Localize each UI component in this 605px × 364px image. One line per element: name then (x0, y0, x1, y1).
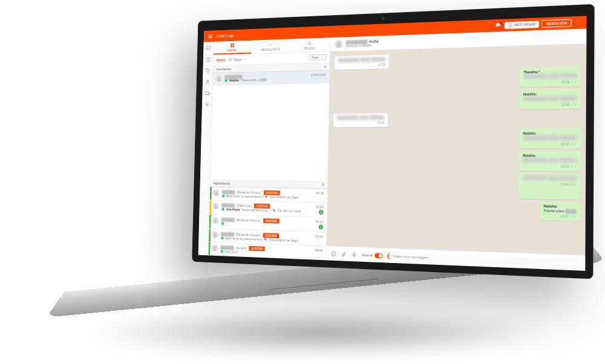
svg-point-14 (214, 247, 215, 249)
svg-rect-6 (232, 45, 234, 47)
svg-point-9 (218, 77, 220, 79)
message: █████████ ████ ██████13:42 (333, 111, 581, 127)
message-text: █████████ ████ ██████ (523, 158, 577, 163)
message-time: 13:47 (560, 214, 569, 218)
contacts-icon[interactable] (205, 79, 211, 85)
svg-point-10 (215, 192, 217, 193)
item-time: 09:22 (315, 219, 323, 223)
contact-name: ██████ (221, 232, 234, 236)
contact-name: ██████ (221, 203, 235, 207)
svg-point-11 (215, 204, 217, 206)
more-icon[interactable]: ⋮ (575, 19, 581, 26)
notification-icon[interactable] (495, 22, 500, 29)
message-time: 13:36 (378, 63, 385, 67)
conversation-item[interactable]: ████████ Natália: Passei para o ███ 17/0… (213, 71, 330, 86)
check-icon: ✓✓ (570, 213, 577, 218)
aguardando-count: 5 (322, 183, 324, 187)
avatar (212, 245, 218, 252)
message-text: █████████ ████ ██████ (523, 96, 577, 102)
unread-badge: 1 (319, 210, 323, 215)
sign-toggle[interactable]: Assinar (361, 252, 382, 258)
contact-name: ████████ (224, 75, 242, 79)
chat-area: █████████ #1252 Atribuído à Natália ████… (326, 28, 586, 271)
message-time: 13:39 (561, 102, 569, 106)
retornar-button[interactable]: RETORNAR (505, 21, 540, 29)
contact-name: ██████ (222, 190, 235, 194)
message-sender: Natália: (523, 154, 577, 158)
item-time: 09:06 (315, 235, 323, 238)
message-text: █████████ ████ ██████ (523, 74, 577, 80)
accept-button[interactable]: ACEITAR (263, 218, 280, 224)
svg-point-2 (206, 104, 208, 105)
toggle-icon (374, 253, 383, 258)
filter-todos[interactable]: Todos (229, 57, 247, 62)
message: Natália:█████████ ████ ██████13:42✓✓ (333, 129, 581, 149)
item-time: 17/05/2022 (311, 73, 326, 77)
atendendo-count: 1 (324, 65, 326, 68)
check-icon: ✓✓ (570, 141, 577, 146)
settings-icon[interactable] (204, 102, 210, 107)
filter-novo[interactable]: NOVO (217, 58, 226, 62)
accept-button[interactable]: ACEITAR (249, 246, 264, 252)
svg-point-13 (214, 233, 215, 235)
contact-name: ██████ (221, 218, 235, 221)
clock-icon[interactable] (206, 56, 211, 62)
svg-point-7 (308, 41, 310, 44)
tags-icon[interactable] (205, 68, 211, 74)
message: *Natália:*█████████ ████ ██████13:39✓✓ (334, 67, 581, 91)
tab-resolvidos[interactable]: RESOLVIDOS (251, 39, 290, 54)
menu-icon[interactable] (208, 33, 213, 40)
emoji-icon[interactable] (331, 250, 336, 256)
message: Natália:Passei para ████13:47✓✓ (332, 198, 580, 221)
svg-rect-3 (231, 43, 232, 45)
avatar (212, 232, 218, 239)
message-text: █████████ ████ ██████ (522, 176, 577, 182)
ticket-number: #1252 (369, 39, 379, 43)
message-sender: Natália: (523, 91, 577, 96)
message-input[interactable]: Digite uma mensagem (387, 252, 580, 267)
message-time: 13:44 (560, 182, 568, 186)
chat-icon[interactable] (206, 45, 211, 51)
svg-point-1 (206, 80, 208, 82)
message-time: 13:39 (561, 80, 569, 84)
filter-filas[interactable]: Filas (309, 54, 327, 61)
unread-badge: 1 (319, 225, 323, 230)
message-time: 13:42 (561, 142, 569, 146)
avatar (335, 40, 342, 48)
item-time: 09:36 (316, 191, 324, 195)
app-title: Chat Corp (217, 33, 234, 38)
item-time: 09:00 (315, 249, 323, 252)
contact-name: ██████ (220, 245, 234, 250)
svg-point-15 (338, 42, 339, 44)
folder-icon[interactable] (204, 90, 210, 96)
avatar (213, 189, 219, 197)
item-time: 09:36 (316, 205, 324, 209)
message-time: 13:42 (377, 121, 384, 125)
check-icon: ✓✓ (571, 79, 577, 84)
chat-contact-name: █████████ (346, 39, 368, 44)
attach-icon[interactable] (341, 251, 347, 257)
message-sender: Natália: (544, 204, 577, 209)
conversation-panel: PAINEL RESOLVIDOS BUSCA (209, 37, 331, 260)
svg-rect-4 (232, 43, 234, 45)
svg-rect-5 (231, 45, 232, 47)
message: Natália:█████████ ████ ██████13:39✓✓ (333, 89, 581, 111)
resolver-button[interactable]: RESOLVER (541, 19, 571, 27)
message: █████████ ████ ██████13:44✓✓ (332, 171, 581, 200)
message-sender: Natália: (523, 131, 577, 135)
svg-rect-8 (229, 59, 231, 60)
check-icon: ✓✓ (571, 102, 577, 106)
svg-point-12 (215, 219, 216, 221)
svg-point-16 (332, 252, 336, 256)
mic-icon[interactable] (351, 252, 357, 258)
message-time: 13:44 (561, 164, 569, 168)
messages-area[interactable]: █████████ ████ ██████13:36*Natália:*████… (327, 44, 587, 255)
message-text: █████████ ████ ██████ (337, 115, 385, 121)
tab-busca[interactable]: BUSCA (290, 37, 330, 52)
avatar (213, 203, 220, 210)
avatar (212, 217, 219, 224)
message-text: Passei para ████ (544, 209, 577, 213)
tab-painel[interactable]: PAINEL (214, 41, 252, 55)
avatar (216, 76, 222, 82)
check-icon: ✓✓ (570, 182, 577, 187)
